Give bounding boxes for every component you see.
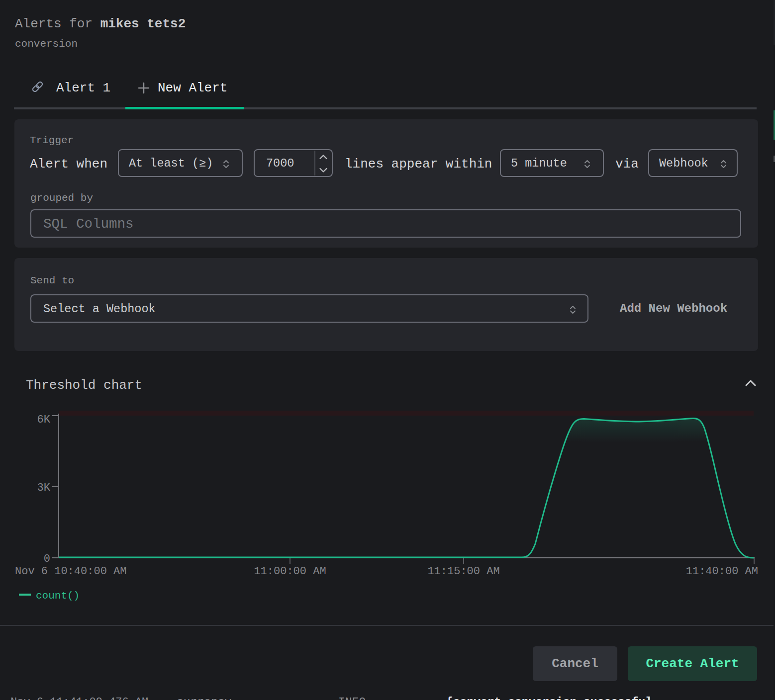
svg-text:11:40:00 AM: 11:40:00 AM: [686, 565, 758, 578]
svg-text:0: 0: [44, 553, 50, 565]
svg-text:count(): count(): [36, 590, 80, 602]
svg-text:Nov 6 10:40:00 AM: Nov 6 10:40:00 AM: [15, 565, 126, 578]
svg-text:11:00:00 AM: 11:00:00 AM: [254, 565, 326, 578]
svg-text:11:15:00 AM: 11:15:00 AM: [427, 565, 499, 578]
svg-text:3K: 3K: [37, 482, 51, 494]
svg-text:6K: 6K: [37, 414, 51, 426]
